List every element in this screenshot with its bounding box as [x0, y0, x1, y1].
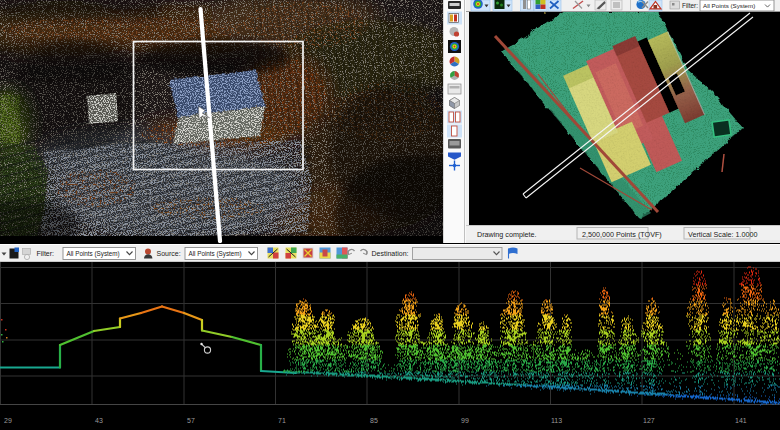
svg-text:113: 113 — [551, 417, 562, 424]
svg-text:All Points (System): All Points (System) — [703, 2, 755, 9]
svg-text:Filter:: Filter: — [682, 2, 698, 9]
svg-text:Destination:: Destination: — [372, 250, 409, 257]
svg-text:85: 85 — [370, 417, 378, 424]
svg-text:Vertical Scale: 1.0000: Vertical Scale: 1.0000 — [688, 230, 758, 239]
svg-text:All Points (System): All Points (System) — [189, 250, 242, 258]
svg-text:All Points (System): All Points (System) — [67, 250, 120, 258]
svg-text:141: 141 — [735, 417, 747, 424]
svg-text:Filter:: Filter: — [37, 250, 55, 257]
svg-text:127: 127 — [643, 417, 655, 424]
svg-text:71: 71 — [278, 417, 286, 424]
svg-text:99: 99 — [461, 417, 469, 424]
svg-text:Drawing complete.: Drawing complete. — [477, 230, 537, 239]
svg-text:43: 43 — [95, 417, 103, 424]
svg-text:2,500,000 Points (TOVF): 2,500,000 Points (TOVF) — [582, 230, 662, 239]
svg-text:Source:: Source: — [157, 250, 181, 257]
svg-text:57: 57 — [187, 417, 195, 424]
svg-text:29: 29 — [4, 417, 12, 424]
